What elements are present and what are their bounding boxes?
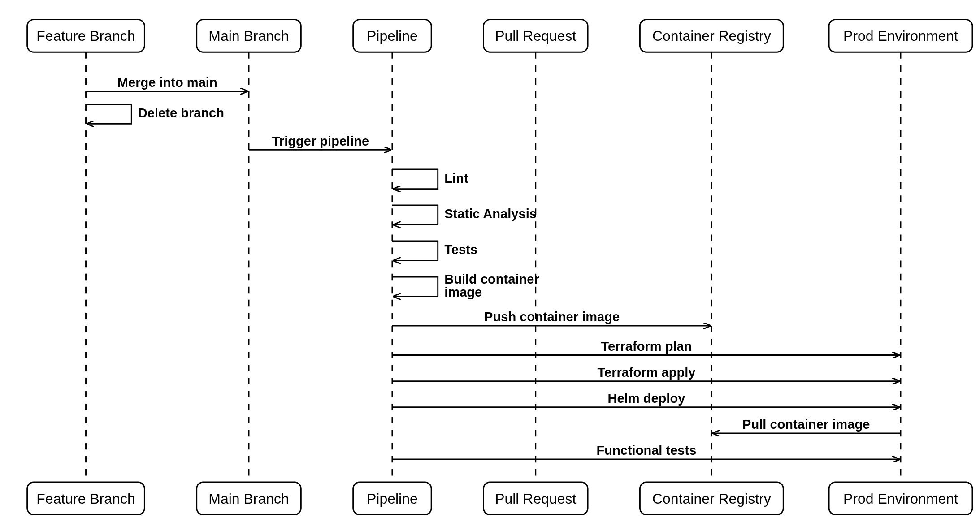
msg-helm-deploy: Helm deploy bbox=[392, 391, 899, 407]
actor-label: Prod Environment bbox=[843, 491, 958, 507]
msg-label: Helm deploy bbox=[608, 391, 685, 406]
msg-label: Push container image bbox=[484, 310, 620, 324]
msg-lint: Lint bbox=[392, 169, 468, 189]
actor-bottom-pipeline: Pipeline bbox=[353, 482, 431, 515]
msg-label: Tests bbox=[444, 242, 477, 257]
actor-top-feature: Feature Branch bbox=[27, 20, 145, 52]
msg-static-analysis: Static Analysis bbox=[392, 205, 537, 225]
actor-label: Pipeline bbox=[367, 28, 418, 44]
msg-pull-container-image: Pull container image bbox=[713, 417, 901, 433]
actor-top-main: Main Branch bbox=[197, 20, 301, 52]
msg-tests: Tests bbox=[392, 241, 477, 261]
msg-label: Terraform apply bbox=[597, 365, 695, 380]
msg-label: Terraform plan bbox=[601, 339, 692, 354]
actor-label: Feature Branch bbox=[36, 491, 135, 507]
msg-build-container-image: Build container image bbox=[392, 272, 539, 299]
actor-label: Pull Request bbox=[495, 491, 576, 507]
msg-label: Trigger pipeline bbox=[272, 134, 369, 148]
msg-label: Merge into main bbox=[117, 75, 217, 90]
msg-label: Functional tests bbox=[597, 443, 697, 458]
sequence-diagram: Feature Branch Main Branch Pipeline Pull… bbox=[0, 0, 980, 531]
msg-label-line1: Build container bbox=[444, 272, 539, 286]
actor-label: Prod Environment bbox=[843, 28, 958, 44]
actor-top-registry: Container Registry bbox=[640, 20, 783, 52]
actor-label: Pull Request bbox=[495, 28, 576, 44]
actor-bottom-registry: Container Registry bbox=[640, 482, 783, 515]
msg-label: Delete branch bbox=[138, 106, 224, 120]
msg-terraform-apply: Terraform apply bbox=[392, 365, 899, 381]
actor-label: Feature Branch bbox=[36, 28, 135, 44]
actor-label: Main Branch bbox=[208, 491, 289, 507]
actor-label: Container Registry bbox=[652, 28, 771, 44]
msg-label: Pull container image bbox=[742, 417, 870, 432]
msg-push-container-image: Push container image bbox=[392, 310, 711, 326]
actor-bottom-main: Main Branch bbox=[197, 482, 301, 515]
actor-label: Container Registry bbox=[652, 491, 771, 507]
actor-top-prod: Prod Environment bbox=[829, 20, 972, 52]
actor-bottom-feature: Feature Branch bbox=[27, 482, 145, 515]
msg-trigger-pipeline: Trigger pipeline bbox=[249, 134, 391, 150]
actor-top-pipeline: Pipeline bbox=[353, 20, 431, 52]
actor-bottom-pr: Pull Request bbox=[483, 482, 588, 515]
actor-bottom-prod: Prod Environment bbox=[829, 482, 972, 515]
msg-functional-tests: Functional tests bbox=[392, 443, 899, 459]
actor-top-pr: Pull Request bbox=[483, 20, 588, 52]
msg-label-line2: image bbox=[444, 285, 482, 299]
msg-label: Static Analysis bbox=[444, 207, 537, 221]
actor-label: Pipeline bbox=[367, 491, 418, 507]
actor-label: Main Branch bbox=[208, 28, 289, 44]
msg-delete-branch: Delete branch bbox=[86, 104, 225, 124]
msg-merge-into-main: Merge into main bbox=[86, 75, 248, 91]
msg-terraform-plan: Terraform plan bbox=[392, 339, 899, 355]
msg-label: Lint bbox=[444, 171, 468, 186]
